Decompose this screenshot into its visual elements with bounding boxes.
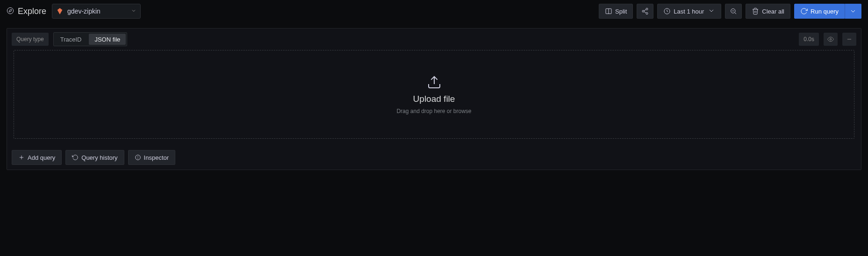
panel-footer: Add query Query history Inspector [7, 145, 861, 170]
svg-point-13 [830, 38, 832, 40]
time-range-label: Last 1 hour [674, 8, 704, 15]
inspector-button[interactable]: Inspector [128, 150, 175, 165]
page-title: Explore [18, 7, 46, 16]
run-query-label: Run query [811, 8, 839, 15]
query-timing: 0.0s [799, 33, 819, 46]
query-panel: Query type TraceID JSON file 0.0s Upload… [7, 28, 861, 170]
share-button[interactable] [637, 4, 653, 19]
chevron-down-icon [707, 7, 715, 16]
svg-point-5 [642, 10, 644, 12]
zipkin-icon [56, 7, 64, 15]
upload-dropzone[interactable]: Upload file Drag and drop here or browse [14, 50, 854, 139]
upload-title: Upload file [413, 94, 455, 104]
run-query-button[interactable]: Run query [794, 4, 845, 19]
svg-point-6 [646, 13, 648, 14]
radio-jsonfile[interactable]: JSON file [89, 34, 126, 45]
add-query-label: Add query [28, 154, 55, 161]
collapse-button[interactable] [842, 33, 856, 46]
svg-point-0 [7, 7, 13, 14]
svg-point-20 [137, 158, 138, 159]
query-type-radio: TraceID JSON file [53, 32, 128, 46]
inspector-label: Inspector [144, 154, 169, 161]
time-range-picker[interactable]: Last 1 hour [657, 4, 721, 19]
query-row: Query type TraceID JSON file 0.0s [7, 28, 861, 50]
toolbar-right: Split Last 1 hour Clear all Run query [599, 4, 861, 19]
split-button[interactable]: Split [599, 4, 633, 19]
svg-marker-1 [9, 9, 12, 12]
title-group: Explore [7, 7, 46, 16]
clear-all-button[interactable]: Clear all [746, 4, 790, 19]
toolbar: Explore gdev-zipkin Split Last 1 hour [0, 0, 868, 22]
toggle-visibility-button[interactable] [824, 33, 838, 46]
split-label: Split [615, 8, 627, 15]
upload-icon [427, 75, 442, 91]
svg-line-11 [735, 13, 736, 14]
chevron-down-icon [131, 7, 136, 15]
datasource-picker[interactable]: gdev-zipkin [52, 4, 141, 19]
compass-icon [7, 7, 14, 16]
upload-subtitle: Drag and drop here or browse [396, 108, 471, 114]
zoom-out-button[interactable] [725, 4, 742, 19]
svg-point-4 [646, 8, 648, 10]
radio-traceid[interactable]: TraceID [54, 33, 88, 46]
clear-all-label: Clear all [762, 8, 784, 15]
query-history-button[interactable]: Query history [65, 150, 124, 165]
svg-line-8 [644, 9, 646, 11]
add-query-button[interactable]: Add query [12, 150, 62, 165]
query-type-label: Query type [12, 33, 49, 46]
run-query-menu-button[interactable] [845, 4, 861, 19]
datasource-name: gdev-zipkin [67, 7, 100, 15]
query-history-label: Query history [81, 154, 117, 161]
svg-line-7 [644, 12, 646, 13]
